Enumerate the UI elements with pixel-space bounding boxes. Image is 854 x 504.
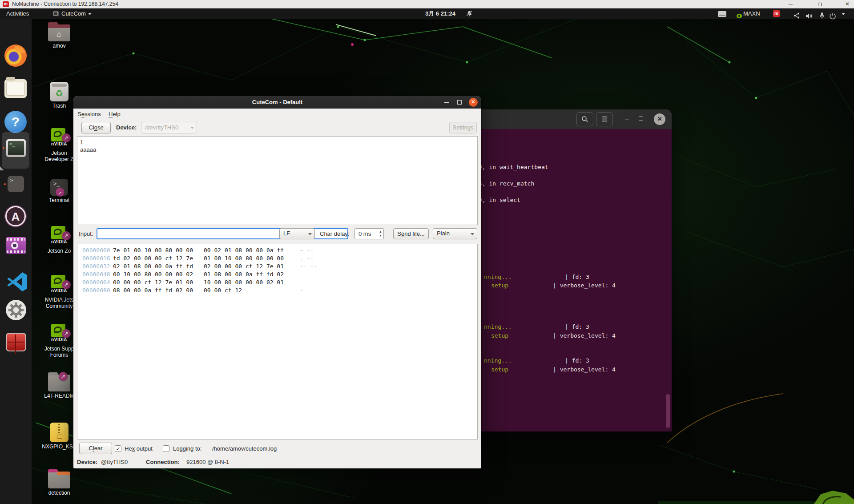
desktop-icon-terminal[interactable]: >_↗ Terminal <box>42 179 77 203</box>
power-icon[interactable] <box>830 11 836 21</box>
menu-sessions[interactable]: Sessions <box>77 109 101 120</box>
desktop-icon-amov[interactable]: ⌂ amov <box>42 24 77 49</box>
statusbar: Device: @ttyTHS0 Connection: 921600 @ 8-… <box>73 457 481 468</box>
link-badge-icon: ↗ <box>62 231 71 240</box>
window-title: CuteCom - Default <box>73 96 481 109</box>
nvidia-link-icon: nVIDIA ↗ <box>46 275 73 295</box>
desktop-icon-trash[interactable]: ♻ Trash <box>42 82 77 109</box>
spinner-arrows-icon[interactable]: ▲▼ <box>379 230 382 238</box>
terminal-scrollbar[interactable] <box>666 394 670 428</box>
device-combobox[interactable]: /dev/ttyTHS0 <box>141 122 197 133</box>
nvidia-eye-icon <box>54 131 62 137</box>
terminal-log-green: setup <box>491 366 508 373</box>
hex-output-label: Hex output <box>125 442 153 456</box>
char-delay-spinbox[interactable]: 0 ms▲▼ <box>354 228 384 239</box>
cutecom-window: CuteCom - Default ✕ Sessions Help Close … <box>73 96 481 468</box>
terminal-search-button[interactable] <box>576 112 593 126</box>
bell-slash-icon <box>466 11 473 17</box>
dock-item-archive-a[interactable]: A <box>5 206 26 226</box>
chevron-down-icon <box>308 233 312 235</box>
dock-item-help[interactable]: ? <box>4 111 27 133</box>
terminal-log-white: | verbose_level: 4 <box>553 332 616 339</box>
gear-icon <box>6 300 26 320</box>
dock-item-red-terminal[interactable] <box>6 333 26 351</box>
menu-help[interactable]: Help <box>109 109 121 120</box>
nvidia-logo-corner <box>805 491 854 504</box>
network-share-icon[interactable] <box>793 10 800 21</box>
zip-archive-icon <box>50 423 68 442</box>
maximize-button[interactable] <box>457 100 462 105</box>
nvidia-link-icon: nVIDIA ↗ <box>46 226 73 246</box>
nomachine-minimize-button[interactable] <box>784 0 797 8</box>
nvidia-link-icon: nVIDIA ↗ <box>46 324 73 344</box>
hamburger-icon: ☰ <box>602 115 607 123</box>
dock-item-firefox[interactable] <box>4 44 27 67</box>
desktop-icon-jetson-support-forums[interactable]: nVIDIA ↗ Jetson SuppForums <box>42 324 77 358</box>
system-menu-chevron-icon[interactable] <box>842 13 845 15</box>
link-badge-icon: ↗ <box>62 329 71 338</box>
microphone-icon[interactable] <box>819 10 825 21</box>
clock[interactable]: 3月 6 21:24 <box>425 8 455 19</box>
maxn-power-mode-label[interactable]: MAXN <box>743 8 760 19</box>
bottom-controls-row: Clear ✓ Hex output Logging to: /home/amo… <box>73 442 481 456</box>
close-button[interactable]: ✕ <box>469 98 478 107</box>
volume-icon[interactable] <box>806 11 813 21</box>
input-row: Input: LF Char delay: 0 ms▲▼ Send file..… <box>73 227 481 241</box>
terminal-close-button[interactable]: ✕ <box>654 113 665 125</box>
cutecom-titlebar[interactable]: CuteCom - Default ✕ <box>73 96 481 109</box>
chevron-down-icon <box>88 13 92 15</box>
hex-output-checkbox[interactable]: ✓ <box>115 445 121 452</box>
dock-item-settings[interactable] <box>6 300 26 320</box>
settings-button[interactable]: Settings <box>449 122 477 133</box>
terminal-trace-line: 9, in wait_heartbeat <box>479 164 548 170</box>
terminal-minimize-button[interactable]: – <box>622 114 632 125</box>
status-device-value: @ttyTHS0 <box>101 457 128 467</box>
gnome-topbar: Activities CuteCom 3月 6 21:24 MAXN m <box>0 8 854 19</box>
chevron-down-icon <box>190 127 194 129</box>
keyboard-layout-icon[interactable] <box>718 11 726 17</box>
app-window-icon <box>53 11 59 16</box>
nomachine-close-button[interactable]: ✕ <box>841 0 854 8</box>
terminal-log-green: nning... <box>484 323 512 330</box>
nomachine-restore-button[interactable] <box>813 0 826 8</box>
terminal-hamburger-menu-button[interactable]: ☰ <box>596 112 613 126</box>
desktop-icon-jetson-zoo[interactable]: nVIDIA ↗ Jetson Zo <box>42 226 77 254</box>
nvidia-eye-icon <box>736 11 742 21</box>
dock-item-files[interactable] <box>4 79 27 98</box>
nomachine-icon: m <box>3 1 9 7</box>
output-line: 1 <box>80 138 475 146</box>
dock-item-terminal[interactable]: >_ <box>6 139 26 157</box>
desktop-icon-detection[interactable]: detection <box>42 472 77 496</box>
send-file-button[interactable]: Send file... <box>393 228 429 239</box>
send-mode-combobox[interactable]: Plain <box>433 228 477 239</box>
activities-button[interactable]: Activities <box>6 8 29 19</box>
nomachine-tray-icon[interactable]: m <box>773 10 780 17</box>
nomachine-titlebar: m NoMachine - Connection to 192.168.147.… <box>0 0 854 8</box>
terminal-maximize-button[interactable] <box>639 117 643 121</box>
terminal-log-green: nning... <box>484 357 512 364</box>
close-device-button[interactable]: Close <box>81 122 111 133</box>
nvidia-eye-icon <box>54 327 62 333</box>
dock: ? >_ >_ A <box>0 19 32 504</box>
nvidia-eye-icon <box>54 229 62 235</box>
dock-item-terminal-alt[interactable]: >_ <box>8 176 24 192</box>
terminal-log-white: | fd: 3 <box>565 323 589 330</box>
question-icon: ? <box>12 114 20 129</box>
clear-button[interactable]: Clear <box>79 443 112 454</box>
device-label: Device: <box>116 122 137 133</box>
dock-item-vscode[interactable] <box>6 270 28 293</box>
folder-icon <box>48 472 70 488</box>
status-connection-label: Connection: <box>146 457 180 467</box>
desktop-icon-nxgpio-archive[interactable]: NXGPIO_KSE <box>42 423 77 450</box>
app-menu[interactable]: CuteCom <box>53 8 92 19</box>
session-output-area: 1 aaaaa <box>77 136 478 225</box>
line-end-combobox[interactable]: LF <box>279 228 315 239</box>
desktop-icon-nvidia-jetson-community[interactable]: nVIDIA ↗ NVIDIA JetsCommunity <box>42 275 77 309</box>
logging-checkbox[interactable] <box>163 445 169 452</box>
terminal-icon: >_↗ <box>50 179 68 196</box>
desktop-icon-l4t-readme[interactable]: ↗ L4T-READM <box>42 375 77 399</box>
desktop-icon-jetson-developer-zone[interactable]: nVIDIA ↗ JetsonDeveloper Z <box>42 128 77 162</box>
dock-item-videos[interactable] <box>6 237 26 254</box>
minimize-button[interactable] <box>444 102 449 103</box>
hex-output-area: 000000007e 01 00 10 00 80 00 0000 02 01 … <box>77 244 478 439</box>
